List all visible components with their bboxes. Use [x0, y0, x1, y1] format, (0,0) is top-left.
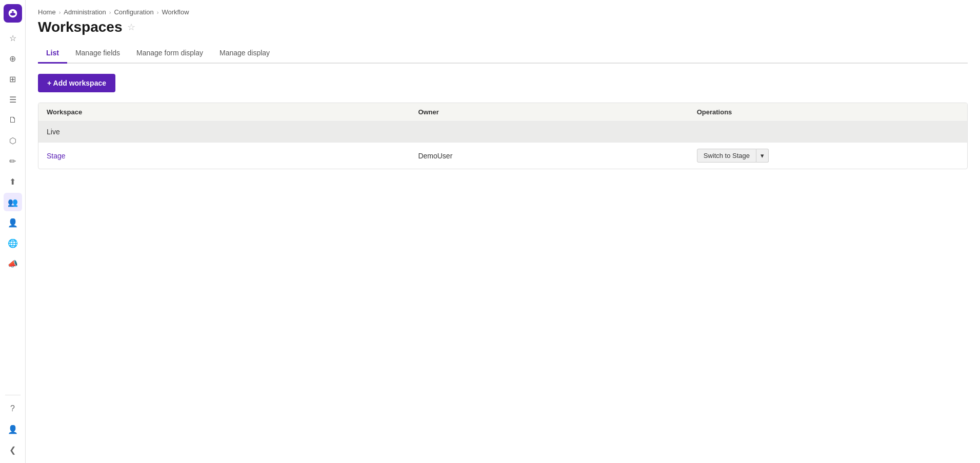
page-title-row: Workspaces ☆: [38, 19, 968, 35]
owner-cell: DemoUser: [410, 143, 688, 169]
workspaces-table: Workspace Owner Operations Live Stage: [38, 103, 968, 169]
main-content: Home › Administration › Configuration › …: [26, 0, 980, 463]
sidebar: ☆ ⊕ ⊞ ☰ 🗋 ⬡ ✏ ⬆ 👥 👤 🌐 📣 ? 👤 ❮: [0, 0, 26, 463]
add-workspace-button[interactable]: + Add workspace: [38, 74, 115, 92]
tab-manage-display[interactable]: Manage display: [211, 44, 278, 64]
switch-to-stage-button[interactable]: Switch to Stage: [697, 149, 756, 163]
table-row: Stage DemoUser Switch to Stage ▾: [38, 143, 967, 169]
sidebar-item-edit[interactable]: ✏: [4, 152, 22, 170]
page-title: Workspaces: [38, 19, 122, 35]
sidebar-item-help[interactable]: ?: [4, 399, 22, 418]
app-logo[interactable]: [4, 4, 22, 23]
sidebar-item-add[interactable]: ⊕: [4, 49, 22, 68]
sidebar-divider: [5, 395, 21, 395]
operations-cell: Switch to Stage ▾: [689, 143, 967, 169]
tab-manage-fields[interactable]: Manage fields: [67, 44, 128, 64]
sidebar-item-account[interactable]: 👤: [4, 420, 22, 438]
sidebar-item-nodes[interactable]: ⬡: [4, 131, 22, 150]
sidebar-item-upload[interactable]: ⬆: [4, 172, 22, 191]
group-row-live: Live: [38, 122, 967, 143]
favorite-icon[interactable]: ☆: [127, 22, 135, 33]
group-label-live: Live: [38, 122, 967, 143]
breadcrumb-configuration[interactable]: Configuration: [114, 8, 153, 16]
col-header-owner: Owner: [410, 103, 688, 122]
breadcrumb-sep-2: ›: [109, 9, 111, 15]
switch-dropdown-button[interactable]: ▾: [756, 149, 769, 163]
sidebar-item-people[interactable]: 👥: [4, 193, 22, 211]
sidebar-item-globe[interactable]: 🌐: [4, 234, 22, 252]
tabs-bar: List Manage fields Manage form display M…: [38, 44, 968, 64]
col-header-workspace: Workspace: [38, 103, 410, 122]
breadcrumb-home[interactable]: Home: [38, 8, 56, 16]
breadcrumb-sep-3: ›: [157, 9, 159, 15]
table-header: Workspace Owner Operations: [38, 103, 967, 122]
breadcrumb-workflow[interactable]: Workflow: [162, 8, 189, 16]
sidebar-item-megaphone[interactable]: 📣: [4, 254, 22, 273]
sidebar-item-favorites[interactable]: ☆: [4, 29, 22, 47]
workspace-cell: Stage: [38, 143, 410, 169]
breadcrumb-administration[interactable]: Administration: [64, 8, 106, 16]
switch-btn-group: Switch to Stage ▾: [697, 149, 959, 163]
sidebar-collapse-button[interactable]: ❮: [4, 440, 22, 459]
breadcrumb-sep-1: ›: [59, 9, 61, 15]
content-area: Home › Administration › Configuration › …: [26, 0, 980, 463]
tab-manage-form-display[interactable]: Manage form display: [128, 44, 211, 64]
breadcrumb: Home › Administration › Configuration › …: [38, 8, 968, 16]
col-header-operations: Operations: [689, 103, 967, 122]
sidebar-item-list[interactable]: ☰: [4, 90, 22, 109]
sidebar-item-user[interactable]: 👤: [4, 213, 22, 232]
tab-list[interactable]: List: [38, 44, 67, 64]
workspace-link-stage[interactable]: Stage: [47, 152, 66, 160]
sidebar-item-document[interactable]: 🗋: [4, 111, 22, 129]
sidebar-item-grid[interactable]: ⊞: [4, 70, 22, 88]
